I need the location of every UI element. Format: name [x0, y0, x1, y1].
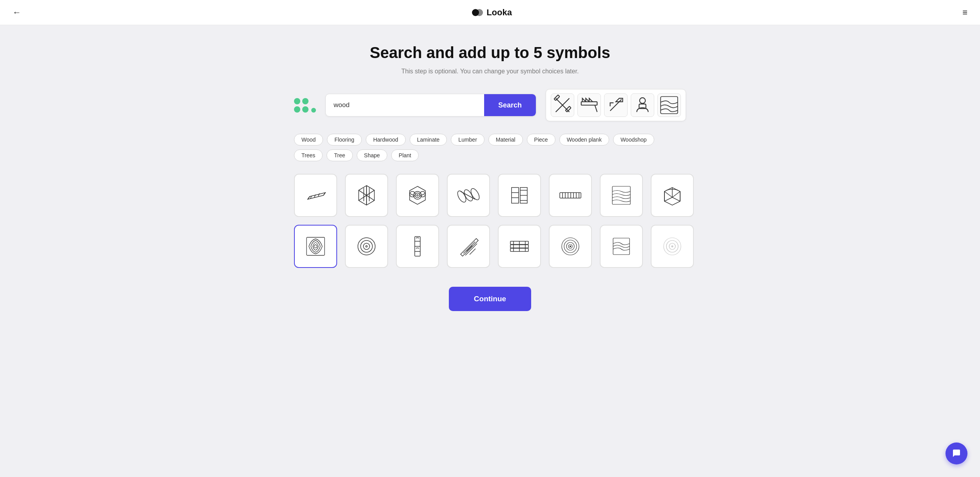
preview-icon-5[interactable]: [657, 93, 681, 117]
tag-wood[interactable]: Wood: [294, 134, 323, 146]
icon-plank[interactable]: [294, 174, 337, 217]
icon-hex-cube[interactable]: [345, 174, 388, 217]
svg-point-27: [415, 193, 420, 198]
icon-hex-logs[interactable]: [396, 174, 439, 217]
chat-bubble[interactable]: [946, 442, 967, 464]
chat-icon: [951, 448, 962, 459]
main-content: Search and add up to 5 symbols This step…: [0, 25, 980, 342]
icon-logs[interactable]: [447, 174, 490, 217]
tag-material[interactable]: Material: [488, 134, 523, 146]
tag-trees[interactable]: Trees: [294, 149, 323, 161]
tag-lumber[interactable]: Lumber: [451, 134, 484, 146]
svg-line-36: [461, 191, 475, 199]
svg-line-72: [466, 246, 472, 251]
svg-point-64: [363, 243, 370, 249]
tag-piece[interactable]: Piece: [527, 134, 555, 146]
menu-button[interactable]: ≡: [962, 7, 967, 18]
preview-strip: [546, 89, 686, 121]
continue-button[interactable]: Continue: [449, 287, 531, 311]
svg-point-89: [671, 246, 673, 247]
icon-sphere-grain[interactable]: [651, 225, 694, 268]
search-box: Search: [325, 94, 536, 117]
svg-rect-6: [581, 102, 597, 105]
search-row: Search: [294, 89, 686, 121]
icon-planks-grid[interactable]: [498, 174, 541, 217]
svg-rect-60: [307, 237, 325, 255]
svg-line-18: [367, 190, 374, 195]
tag-flooring[interactable]: Flooring: [327, 134, 362, 146]
svg-point-31: [410, 191, 415, 197]
tag-laminate[interactable]: Laminate: [410, 134, 447, 146]
svg-rect-5: [565, 106, 571, 112]
icon-wood-cross-section[interactable]: [294, 225, 337, 268]
svg-point-61: [314, 245, 317, 248]
svg-point-84: [570, 246, 571, 247]
preview-icon-1[interactable]: [551, 93, 574, 117]
svg-point-32: [420, 191, 425, 197]
icon-wood-box[interactable]: [651, 174, 694, 217]
svg-point-63: [361, 240, 372, 252]
tag-woodshop[interactable]: Woodshop: [613, 134, 654, 146]
search-input[interactable]: [326, 94, 484, 116]
logo: Looka: [472, 7, 512, 18]
dot-1: [294, 98, 300, 104]
svg-line-56: [664, 197, 672, 201]
page-title: Search and add up to 5 symbols: [370, 44, 610, 62]
icon-flat-plank[interactable]: [549, 174, 592, 217]
svg-line-16: [318, 193, 319, 196]
svg-line-7: [595, 105, 597, 112]
dots-decoration: [294, 98, 316, 113]
page-subtitle: This step is optional. You can change yo…: [401, 68, 579, 75]
svg-point-28: [417, 195, 418, 196]
dot-4: [302, 106, 309, 113]
tags-row: Wood Flooring Hardwood Laminate Lumber M…: [294, 134, 686, 161]
svg-line-57: [672, 197, 680, 201]
icon-wood-grain-square[interactable]: [600, 174, 643, 217]
svg-rect-4: [554, 95, 559, 100]
back-button[interactable]: ←: [13, 7, 21, 18]
tag-wooden-plank[interactable]: Wooden plank: [559, 134, 609, 146]
tag-shape[interactable]: Shape: [357, 149, 387, 161]
svg-line-29: [410, 193, 414, 195]
svg-rect-44: [560, 193, 581, 198]
svg-point-9: [640, 98, 646, 104]
svg-point-1: [476, 9, 483, 16]
icon-diagonal-plank[interactable]: [447, 225, 490, 268]
preview-icon-2[interactable]: [577, 93, 601, 117]
dot-3: [294, 106, 300, 113]
dot-2: [302, 98, 309, 104]
tag-tree[interactable]: Tree: [327, 149, 352, 161]
svg-line-58: [664, 191, 672, 197]
svg-point-33: [456, 189, 468, 204]
svg-line-20: [367, 195, 374, 200]
svg-line-30: [421, 193, 425, 195]
logo-text: Looka: [486, 7, 512, 18]
preview-icon-4[interactable]: [631, 93, 654, 117]
svg-line-59: [672, 191, 680, 197]
dot-5: [311, 108, 316, 113]
svg-line-73: [470, 249, 475, 255]
tag-plant[interactable]: Plant: [391, 149, 419, 161]
icon-rings[interactable]: [345, 225, 388, 268]
logo-icon: [472, 7, 483, 18]
svg-point-65: [366, 246, 367, 247]
icon-circle-grain[interactable]: [549, 225, 592, 268]
tag-hardwood[interactable]: Hardwood: [366, 134, 406, 146]
preview-icon-3[interactable]: [604, 93, 628, 117]
icon-grain-square-2[interactable]: [600, 225, 643, 268]
svg-line-21: [359, 195, 367, 200]
icons-grid: [294, 174, 686, 268]
app-header: ← Looka ≡: [0, 0, 980, 25]
svg-line-19: [359, 190, 367, 195]
search-button[interactable]: Search: [484, 94, 536, 116]
svg-rect-37: [512, 188, 519, 203]
icon-stack-planks[interactable]: [498, 225, 541, 268]
icon-vertical-plank[interactable]: [396, 225, 439, 268]
